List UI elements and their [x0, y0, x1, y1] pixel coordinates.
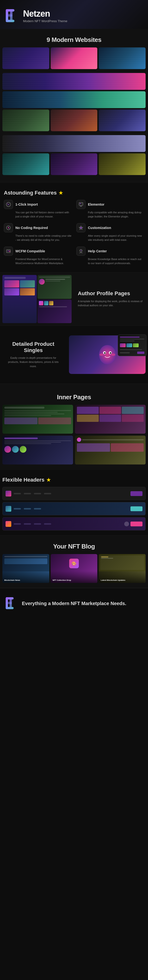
inner-thumb-3 [2, 436, 73, 465]
websites-grid-top [0, 48, 148, 72]
feature-item-6: Help Center Browse Knowledge Base articl… [76, 247, 144, 265]
footer-logo-icon [5, 595, 18, 611]
nav-item-11 [44, 523, 51, 525]
inner-thumb-4 [75, 436, 146, 465]
feature-item-3: No Coding Required There's no need to co… [4, 223, 72, 242]
blog-card-title-3: Latest Blockchain Updates [101, 579, 144, 582]
website-thumb-9 [99, 153, 146, 175]
features-title: Astounding Features ★ [4, 185, 144, 200]
svg-rect-25 [6, 597, 14, 599]
nav-item-9 [24, 523, 31, 525]
feature-icon-1 [4, 200, 13, 209]
feature-icon-5 [4, 247, 13, 256]
star-icon: ★ [58, 190, 63, 196]
headers-section: Flexible Headers ★ [0, 469, 148, 535]
profile-thumb-2 [38, 275, 72, 299]
svg-point-11 [8, 227, 9, 228]
svg-rect-27 [6, 602, 12, 604]
nav-item-3 [34, 493, 41, 494]
svg-rect-3 [6, 20, 14, 22]
header-mockup-1 [2, 487, 146, 500]
nav-item-8 [14, 523, 21, 525]
website-wide-2 [2, 91, 146, 108]
hero-text: Netzen Modern NFT WordPress Theme [23, 9, 67, 23]
feature-desc-3: There's no need to code while creating y… [4, 234, 72, 242]
svg-point-14 [9, 251, 10, 252]
website-wide-1 [2, 73, 146, 90]
websites-wide-2 [0, 134, 148, 153]
website-wide-3 [2, 135, 146, 152]
inner-section: Inner Pages [0, 384, 148, 469]
profile-images [0, 272, 74, 326]
header-nav-2 [14, 508, 128, 509]
feature-header-4: Customization [76, 223, 144, 232]
svg-rect-26 [6, 607, 14, 609]
feature-icon-3 [4, 223, 13, 232]
header-nav-1 [14, 493, 128, 494]
header-logo-3 [6, 521, 11, 527]
feature-header-1: 1-Click Import [4, 200, 72, 209]
features-grid: 1-Click Import You can get the full Netz… [4, 200, 144, 265]
headers-title: Flexible Headers ★ [2, 474, 146, 487]
blog-section: Your NFT Blog Blockchain News 🎨 NFT Coll… [0, 536, 148, 588]
websites-grid-final [0, 153, 148, 177]
header-mockup-3 [2, 517, 146, 530]
feature-item-4: Customization Alter every single aspect … [76, 223, 144, 242]
profile-thumb-main [2, 275, 37, 323]
header-cta-3 [131, 522, 142, 527]
header-nav-3 [14, 523, 122, 525]
header-logo-2 [6, 506, 11, 512]
profile-thumb-3 [38, 299, 72, 323]
feature-name-5: WCFM Compatible [16, 249, 45, 253]
feature-desc-5: Frontend Manager for WooCommerce & WooCo… [4, 257, 72, 265]
nav-item-7 [34, 508, 41, 509]
feature-name-1: 1-Click Import [16, 202, 38, 206]
blog-card-overlay-1: Blockchain News [2, 571, 49, 583]
hero-section: Netzen Modern NFT WordPress Theme [0, 0, 148, 29]
feature-item-2: Elementor Fully compatible with the amaz… [76, 200, 144, 218]
header-mockup-2 [2, 502, 146, 515]
feature-header-5: WCFM Compatible [4, 247, 72, 256]
website-thumb-8 [51, 153, 98, 175]
feature-name-6: Help Center [88, 249, 107, 253]
footer-tagline: Everything a Modern NFT Marketplace Need… [22, 600, 126, 606]
svg-point-22 [112, 353, 115, 356]
blog-card-1: Blockchain News [2, 554, 49, 583]
feature-item-1: 1-Click Import You can get the full Netz… [4, 200, 72, 218]
product-images [66, 333, 148, 376]
header-logo-1 [6, 491, 11, 496]
nav-item-6 [24, 508, 31, 509]
svg-point-20 [110, 352, 111, 354]
inner-title: Inner Pages [2, 389, 146, 405]
feature-icon-4 [76, 223, 85, 232]
feature-icon-6 [76, 247, 85, 256]
blog-card-3: Latest Blockchain Updates [99, 554, 146, 583]
website-thumb-6 [99, 110, 146, 131]
svg-rect-7 [79, 202, 83, 205]
website-thumb-3 [99, 48, 146, 69]
inner-grid [2, 405, 146, 465]
websites-grid-bottom [0, 110, 148, 134]
footer-section: Everything a Modern NFT Marketplace Need… [0, 588, 148, 618]
blog-grid: Blockchain News 🎨 NFT Collection Drop La… [2, 554, 146, 583]
nav-item-5 [14, 508, 21, 509]
svg-point-12 [80, 227, 82, 229]
blog-card-title-1: Blockchain News [4, 579, 47, 582]
feature-desc-2: Fully compatible with the amazing drag &… [76, 210, 144, 218]
website-thumb-4 [2, 110, 49, 131]
inner-thumb-2 [75, 405, 146, 434]
svg-point-21 [99, 353, 103, 356]
feature-name-4: Customization [88, 226, 111, 230]
feature-header-6: Help Center [76, 247, 144, 256]
profile-section: Author Profile Pages A template for disp… [0, 272, 148, 326]
nav-item-4 [44, 493, 51, 494]
header-avatar-3 [124, 522, 129, 527]
product-section: Detailed Product Singles Easily create i… [0, 326, 148, 383]
feature-header-2: Elementor [76, 200, 144, 209]
blog-card-overlay-2: NFT Collection Drop [51, 571, 98, 583]
svg-point-6 [6, 202, 8, 204]
feature-desc-6: Browse Knowledge Base articles or reach … [76, 257, 144, 265]
header-mockups [2, 487, 146, 530]
blog-card-title-2: NFT Collection Drop [53, 579, 96, 582]
features-label: Astounding Features [4, 190, 57, 196]
